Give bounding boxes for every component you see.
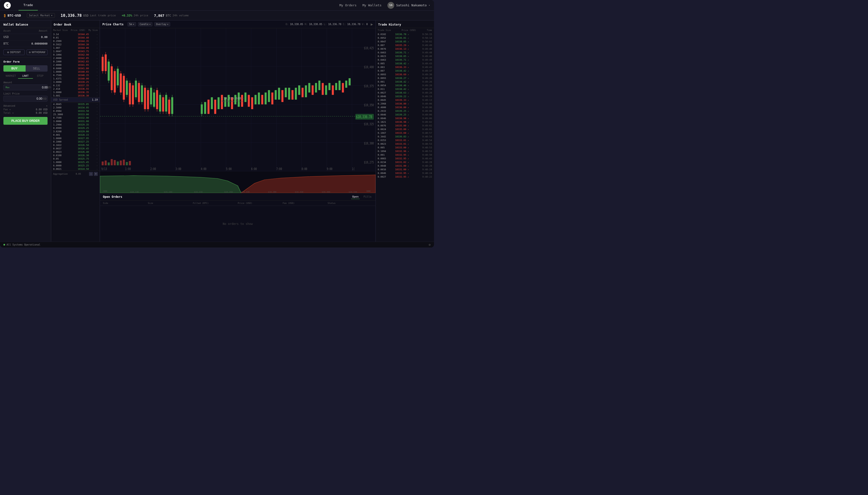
chevron-down-icon: ▾	[133, 23, 134, 25]
nav-tab-trade[interactable]: Trade	[18, 0, 38, 11]
ask-row[interactable]: 0.759910340.35-	[51, 73, 100, 77]
svg-rect-95	[275, 90, 277, 100]
trade-history-row: 0.00710338.42 ↗9:49:37	[376, 69, 434, 73]
trade-history-row: 0.002310338.05 ↗9:49:48	[376, 54, 434, 58]
svg-text:1(: 1(	[352, 167, 355, 171]
bid-row[interactable]: 0.002110324.50-	[51, 167, 100, 171]
settings-icon[interactable]: ⚙	[429, 243, 430, 246]
limit-order-tab[interactable]: LIMIT	[18, 73, 33, 79]
ask-row[interactable]: 1.000010340.65-	[51, 70, 100, 73]
svg-text:$10,275: $10,275	[364, 160, 374, 164]
trade-history-row: 0.046310336.71 ↗9:49:48	[376, 51, 434, 54]
agg-plus-button[interactable]: +	[94, 172, 98, 176]
market-order-tab[interactable]: MARKET	[3, 73, 18, 79]
ask-row[interactable]: 0.0110344.40-	[51, 36, 100, 39]
trade-history-row: 0.296810336.80 ↗9:49:06	[376, 102, 434, 105]
bid-row[interactable]: 25.300010333.00-	[51, 113, 100, 116]
ask-row[interactable]: 2.41410336.55-	[51, 87, 100, 90]
svg-rect-81	[228, 95, 230, 107]
svg-rect-80	[224, 97, 226, 107]
bid-row[interactable]: 0.002310326.40-	[51, 150, 100, 153]
sell-tab[interactable]: SELL	[26, 65, 48, 72]
chart-type-selector[interactable]: Candle ▾	[138, 22, 152, 26]
ask-row[interactable]: 1.437110340.00-	[51, 77, 100, 80]
top-navigation: C Trade My Orders My Wallets SN Satoshi …	[0, 0, 434, 11]
status-dot	[3, 244, 5, 245]
agg-minus-button[interactable]: −	[89, 172, 93, 176]
ask-row[interactable]: 2.000010341.95-	[51, 63, 100, 67]
deposit-button[interactable]: ⊕ DEPOSIT	[3, 49, 24, 55]
order-form-title: Order Form	[3, 60, 48, 63]
limit-price-label: Limit Price	[3, 92, 48, 95]
buy-tab[interactable]: BUY	[3, 65, 26, 72]
ask-row[interactable]: 5.60110336.30-	[51, 94, 100, 97]
timeframe-selector[interactable]: 5m ▾	[128, 22, 136, 26]
overlay-selector[interactable]: Overlay ▾	[154, 22, 170, 26]
user-section[interactable]: SN Satoshi Nakamoto ▾	[388, 2, 430, 9]
trade-history-row: 0.293310339.25 ↗9:49:06	[376, 109, 434, 113]
bid-row[interactable]: 0.100010327.25-	[51, 140, 100, 143]
ask-row[interactable]: 2.000010342.85-	[51, 56, 100, 60]
user-name: Satoshi Nakamoto	[396, 3, 427, 7]
place-buy-order-button[interactable]: PLACE BUY ORDER	[3, 117, 48, 125]
amount-input[interactable]	[11, 86, 48, 89]
bid-row[interactable]: 0.616810326.30-	[51, 153, 100, 157]
bid-row[interactable]: 1.000010325.45-	[51, 160, 100, 164]
stop-order-tab[interactable]: STOP	[33, 73, 48, 79]
bid-row[interactable]: 0.0510325.75-	[51, 157, 100, 160]
wallet-row-btc: BTC 0.00000000	[0, 40, 51, 47]
chart-scroll-right-icon[interactable]: ▶	[371, 22, 373, 27]
ask-row[interactable]: 0.13210337.35-	[51, 84, 100, 87]
ask-row[interactable]: 0.600010341.80-	[51, 67, 100, 70]
main-chart-area[interactable]: $10,425 $10,400 $10,375 $10,350 $10,325 …	[100, 28, 376, 171]
order-type-tabs: MARKET LIMIT STOP	[3, 73, 48, 79]
svg-text:$10,350: $10,350	[364, 103, 374, 107]
select-market-button[interactable]: Select Market ▾	[27, 13, 55, 18]
trade-history-row: 0.095210336.81 ↗9:50:14	[376, 36, 434, 40]
ask-row[interactable]: 3.000010339.25-	[51, 80, 100, 84]
ask-row[interactable]: 0.592210344.30-	[51, 42, 100, 46]
my-wallets-button[interactable]: My Wallets	[362, 3, 381, 7]
bid-row[interactable]: 0.003710326.45-	[51, 147, 100, 150]
ask-row[interactable]: 3.000010336.35-	[51, 90, 100, 94]
svg-text:$10,300: $10,300	[364, 141, 374, 145]
bid-row[interactable]: 4.004510335.05-	[51, 102, 100, 106]
app-logo[interactable]: C	[4, 2, 11, 9]
svg-rect-100	[291, 90, 293, 100]
bid-row[interactable]: 0.099910329.25-	[51, 126, 100, 130]
my-orders-button[interactable]: My Orders	[339, 3, 357, 7]
trade-history-row: 0.00510333.00 ↗9:48:53	[376, 146, 434, 149]
advanced-toggle[interactable]: Advanced ▾	[3, 104, 48, 108]
bid-row[interactable]: 3.026810329.00-	[51, 130, 100, 133]
ask-row[interactable]: 0.299910344.35-	[51, 39, 100, 42]
withdraw-button[interactable]: ⊖ WITHDRAW	[27, 49, 48, 55]
ask-row[interactable]: 1.00710344.00-	[51, 46, 100, 49]
svg-text:$10,530: $10,530	[349, 191, 357, 193]
bids-container: 4.004510335.05-2.500010334.95-0.09841033…	[51, 102, 100, 171]
bid-row[interactable]: 0.00110328.15-	[51, 133, 100, 136]
trade-history-row: 0.002410335.00 ↗9:49:01	[376, 127, 434, 131]
bid-row[interactable]: 1.290410329.35-	[51, 123, 100, 126]
trade-history-header: Trade Size Price (USD) Time	[376, 28, 434, 32]
bid-row[interactable]: 0.759910332.90-	[51, 116, 100, 119]
bid-row[interactable]: 2.500010334.95-	[51, 106, 100, 109]
svg-rect-119	[104, 160, 107, 166]
svg-rect-120	[108, 163, 110, 166]
ask-row[interactable]: 1.004710343.75-	[51, 49, 100, 53]
ask-row[interactable]: 3.1410344.45-	[51, 32, 100, 36]
open-orders-tab-fills[interactable]: Fills	[363, 195, 373, 199]
bid-row[interactable]: 0.102210326.50-	[51, 143, 100, 147]
chevron-down-icon: ▾	[149, 23, 151, 25]
bid-row[interactable]: 1.000010327.95-	[51, 136, 100, 140]
open-orders-tab-open[interactable]: Open	[351, 195, 360, 199]
bid-row[interactable]: 6.000010325.25-	[51, 164, 100, 167]
limit-price-input[interactable]	[5, 97, 42, 100]
bid-row[interactable]: 0.098410333.50-	[51, 109, 100, 113]
max-button[interactable]: Max	[5, 86, 10, 89]
svg-text:1:00: 1:00	[125, 167, 131, 171]
trade-history-row: 0.004510339.33 ↗9:49:13	[376, 98, 434, 102]
ask-row[interactable]: 0.100410342.90-	[51, 53, 100, 56]
svg-rect-124	[120, 160, 122, 166]
ask-row[interactable]: 0.100010342.65-	[51, 60, 100, 63]
bid-row[interactable]: 3.000010331.00-	[51, 119, 100, 123]
